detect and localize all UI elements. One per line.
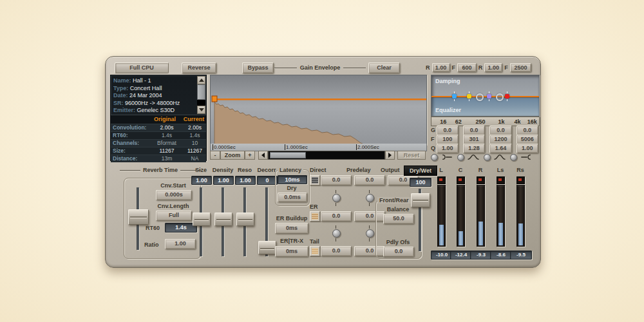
scroll-down-button[interactable] — [197, 106, 205, 114]
info-scrollbar[interactable] — [197, 76, 205, 114]
reso-fader-track[interactable] — [243, 187, 246, 256]
waveform-scroll-thumb[interactable] — [270, 152, 306, 158]
cnv-start-field[interactable]: 0.000s — [156, 190, 192, 200]
tail-mute-button[interactable] — [310, 246, 320, 256]
density-value[interactable]: 1.00 — [213, 176, 234, 185]
er-mute-button[interactable] — [310, 211, 320, 222]
scroll-left-button[interactable] — [258, 151, 268, 160]
clear-button[interactable]: Clear — [368, 62, 400, 73]
clip-led-rs[interactable] — [516, 176, 525, 184]
meter-value-r[interactable]: -9.3 — [470, 251, 492, 260]
zoom-out-button[interactable]: - — [210, 151, 220, 160]
bypass-button[interactable]: Bypass — [242, 62, 274, 73]
direct-predelay-field[interactable]: 0.0 — [354, 175, 385, 185]
reset-button[interactable]: Reset — [397, 151, 426, 160]
scroll-thumb[interactable] — [197, 84, 205, 100]
clip-led-c[interactable] — [457, 176, 465, 184]
row-current: 11267 — [184, 147, 206, 155]
balance-field[interactable]: 50.0 — [383, 214, 414, 224]
eq-q-field-2[interactable]: 1.28 — [463, 144, 485, 153]
filter-led[interactable] — [510, 154, 517, 161]
meter-value-ls[interactable]: -8.6 — [490, 251, 512, 260]
eq-freq-field-4[interactable]: 5006 — [516, 135, 538, 144]
ratio-field[interactable]: 1.00 — [165, 239, 196, 249]
decorr-fader-track[interactable] — [265, 187, 268, 256]
density-fader-track[interactable] — [222, 187, 224, 256]
eq-q-field-3[interactable]: 1.64 — [489, 144, 511, 153]
eq-gain-field-2[interactable]: 0.0 — [463, 126, 485, 135]
damping-handle-yellow[interactable] — [467, 94, 471, 99]
reverb-time-fader-track[interactable] — [137, 187, 139, 250]
scroll-right-button[interactable] — [385, 151, 395, 160]
dry-wet-fader-thumb[interactable] — [411, 193, 430, 207]
dry-wet-button[interactable]: Dry/Wet — [404, 166, 437, 176]
f1-field[interactable]: 600 — [457, 63, 477, 72]
gain-envelope-line[interactable] — [214, 99, 426, 100]
tail-gain-field[interactable]: 0.0 — [321, 246, 352, 256]
damping-handle-ring-1[interactable] — [476, 93, 484, 101]
pdly-ofs-field[interactable]: 0.0 — [383, 247, 414, 257]
er-label: ER — [310, 204, 318, 210]
damping-handle-blue[interactable] — [452, 94, 457, 99]
f2-field[interactable]: 2500 — [510, 63, 531, 72]
impulse-response-display[interactable] — [210, 75, 427, 145]
predelay-link-knob-1[interactable] — [366, 189, 373, 207]
zoom-in-button[interactable]: + — [245, 151, 255, 160]
eq-freq-field-2[interactable]: 301 — [463, 135, 485, 144]
full-cpu-button[interactable]: Full CPU — [115, 62, 169, 73]
reso-fader-thumb[interactable] — [236, 213, 254, 226]
dry-wet-fader-track[interactable] — [419, 189, 421, 251]
eq-freq-field-3[interactable]: 1200 — [489, 135, 511, 144]
meter-value-c[interactable]: -12.4 — [450, 251, 472, 260]
dry-latency-field[interactable]: 0.0ms — [278, 193, 307, 202]
direct-gain-field[interactable]: 0.0 — [321, 175, 352, 185]
r1-field[interactable]: 1.00 — [432, 63, 450, 72]
filter-led[interactable] — [484, 154, 491, 161]
reverb-time-fader-thumb[interactable] — [128, 209, 149, 225]
eq-gain-field-4[interactable]: 0.0 — [516, 126, 538, 135]
row-label: Channels: — [111, 140, 150, 147]
filter-type-4[interactable] — [510, 153, 536, 161]
filter-type-3[interactable] — [484, 153, 510, 161]
er-buildup-field[interactable]: 0ms — [275, 223, 308, 234]
damping-handle-ring-2[interactable] — [496, 93, 504, 101]
size-fader-track[interactable] — [200, 187, 202, 256]
reverse-button[interactable]: Reverse — [182, 62, 216, 73]
ertrx-field[interactable]: 0ms — [275, 246, 308, 257]
reso-value[interactable]: 1.00 — [235, 176, 256, 185]
er-tail-balance-knob[interactable] — [332, 225, 339, 242]
clip-led-l[interactable] — [437, 176, 446, 184]
filter-led[interactable] — [457, 154, 464, 161]
eq-q-field-4[interactable]: 1.00 — [516, 144, 538, 153]
rt60-label: RT60 — [146, 225, 160, 231]
eq-gain-field-3[interactable]: 0.0 — [489, 126, 511, 135]
density-fader-thumb[interactable] — [214, 213, 232, 226]
direct-mute-button[interactable] — [310, 175, 320, 185]
eq-q-field-1[interactable]: 1.00 — [437, 144, 459, 153]
er-gain-field[interactable]: 0.0 — [321, 211, 352, 222]
filter-type-2[interactable] — [457, 153, 484, 161]
clip-led-r[interactable] — [477, 176, 485, 184]
r2-field[interactable]: 1.00 — [484, 63, 502, 72]
eq-freq-field-1[interactable]: 100 — [437, 135, 459, 144]
damping-handle-purple[interactable] — [487, 94, 491, 99]
dry-wet-value[interactable]: 100 — [410, 178, 431, 187]
envelope-handle[interactable] — [212, 96, 217, 102]
eq-gain-field-1[interactable]: 0.0 — [437, 126, 459, 135]
meter-value-rs[interactable]: -9.5 — [510, 251, 532, 260]
damping-curve-line[interactable] — [431, 96, 539, 97]
clip-led-ls[interactable] — [497, 176, 505, 184]
latency-value[interactable]: 10ms — [278, 175, 307, 184]
waveform-scrollbar[interactable] — [268, 151, 385, 160]
meter-value-l[interactable]: -10.0 — [431, 251, 453, 260]
size-fader-thumb[interactable] — [193, 213, 211, 226]
predelay-link-knob-2[interactable] — [366, 225, 373, 242]
direct-er-balance-knob[interactable] — [332, 189, 339, 207]
size-value[interactable]: 1.00 — [191, 176, 212, 185]
filter-type-1[interactable] — [431, 153, 457, 161]
damping-handle-red[interactable] — [505, 94, 509, 99]
scroll-up-button[interactable] — [197, 76, 205, 84]
damping-eq-display[interactable]: Damping Equalizer — [431, 75, 540, 117]
filter-led[interactable] — [431, 154, 438, 161]
cnv-length-field[interactable]: Full — [156, 211, 192, 221]
